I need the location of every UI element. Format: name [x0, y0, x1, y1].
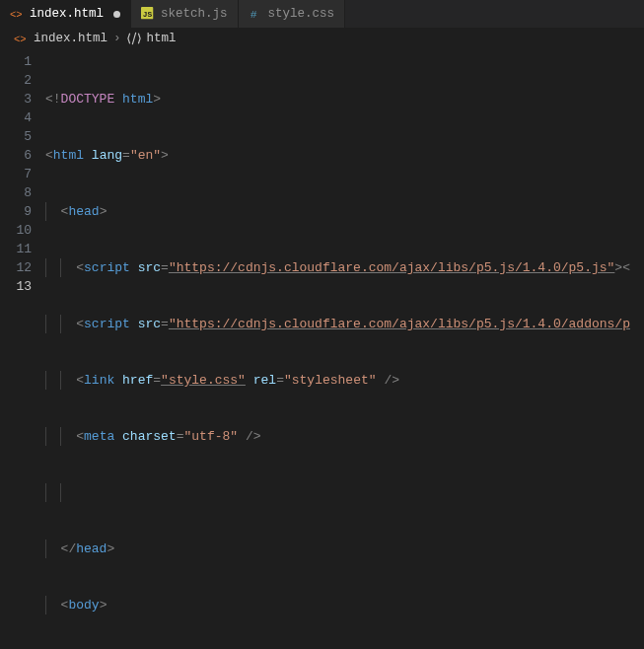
- code-editor[interactable]: 1 2 3 4 5 6 7 8 9 10 11 12 13 <!DOCTYPE …: [0, 49, 644, 649]
- line-number-gutter: 1 2 3 4 5 6 7 8 9 10 11 12 13: [0, 49, 45, 649]
- line-number: 2: [0, 71, 32, 90]
- svg-text:JS: JS: [143, 10, 153, 19]
- tab-bar: <> index.html JS sketch.js # style.css: [0, 0, 644, 28]
- line-number: 11: [0, 240, 32, 258]
- code-line[interactable]: <meta charset="utf-8" />: [45, 427, 644, 446]
- code-line[interactable]: <head>: [45, 202, 644, 221]
- code-line[interactable]: <script src="https://cdnjs.cloudflare.co…: [45, 258, 644, 277]
- line-number: 4: [0, 108, 32, 127]
- chevron-right-icon: ›: [113, 32, 121, 45]
- svg-text:<>: <>: [10, 9, 23, 21]
- css-file-icon: #: [249, 7, 262, 21]
- line-number: 13: [0, 277, 32, 296]
- tab-sketch-js[interactable]: JS sketch.js: [131, 0, 239, 28]
- html-file-icon: <>: [10, 7, 24, 21]
- symbol-icon: [127, 32, 141, 45]
- breadcrumb-file: index.html: [34, 32, 107, 45]
- code-line[interactable]: <script src="https://cdnjs.cloudflare.co…: [45, 315, 644, 333]
- code-line[interactable]: [45, 483, 644, 502]
- tab-label: sketch.js: [161, 7, 228, 21]
- breadcrumb[interactable]: <> index.html › html: [0, 28, 644, 49]
- line-number: 1: [0, 52, 32, 71]
- line-number: 8: [0, 183, 32, 202]
- code-line[interactable]: <body>: [45, 596, 644, 614]
- html-file-icon: <>: [14, 32, 28, 45]
- svg-text:<>: <>: [14, 34, 27, 45]
- line-number: 7: [0, 165, 32, 183]
- tab-index-html[interactable]: <> index.html: [0, 0, 131, 28]
- modified-indicator-icon: [113, 11, 120, 18]
- line-number: 5: [0, 127, 32, 146]
- svg-text:#: #: [250, 9, 256, 21]
- line-number: 10: [0, 221, 32, 240]
- code-line[interactable]: </head>: [45, 540, 644, 558]
- line-number: 9: [0, 202, 32, 221]
- code-line[interactable]: <!DOCTYPE html>: [45, 90, 644, 108]
- breadcrumb-symbol: html: [147, 32, 177, 45]
- line-number: 6: [0, 146, 32, 165]
- line-number: 3: [0, 90, 32, 108]
- code-line[interactable]: <link href="style.css" rel="stylesheet" …: [45, 371, 644, 390]
- tab-label: style.css: [268, 7, 335, 21]
- tab-label: index.html: [30, 7, 104, 21]
- js-file-icon: JS: [141, 7, 155, 21]
- code-line[interactable]: <html lang="en">: [45, 146, 644, 165]
- tab-style-css[interactable]: # style.css: [239, 0, 346, 28]
- code-area[interactable]: <!DOCTYPE html> <html lang="en"> <head> …: [45, 49, 644, 649]
- line-number: 12: [0, 258, 32, 277]
